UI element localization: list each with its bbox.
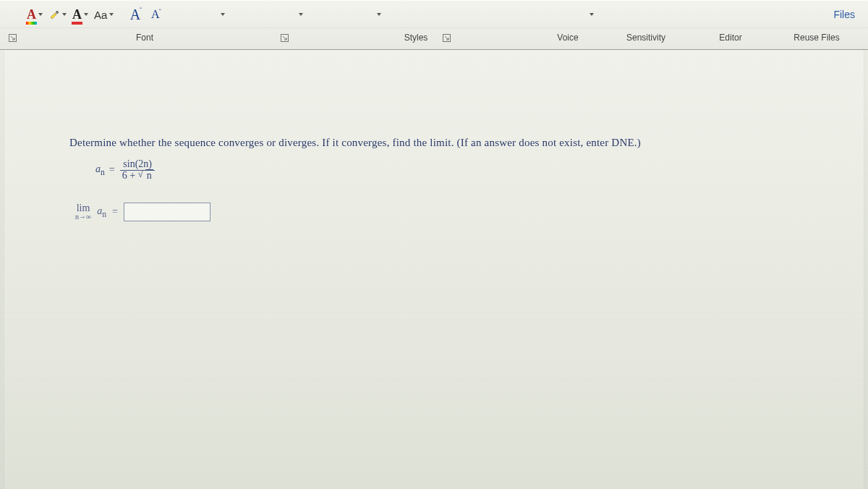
font-dialog-launcher-left[interactable] <box>7 33 17 43</box>
style-dropdown-3[interactable] <box>365 7 393 22</box>
grow-font-button[interactable]: Aˆ <box>126 4 145 25</box>
highlighter-icon <box>48 9 60 20</box>
change-case-button[interactable]: Aa <box>92 4 116 25</box>
sqrt: n <box>138 170 153 181</box>
group-label-sensitivity: Sensitivity <box>613 33 678 43</box>
sequence-formula: an = sin(2n) 6 + n <box>95 159 849 181</box>
answer-input[interactable] <box>124 203 210 221</box>
group-label-font: Font <box>116 33 174 43</box>
limit-expression: lim n→∞ an = <box>75 203 849 221</box>
chevron-down-icon <box>109 13 114 16</box>
limit-var: an <box>97 205 106 219</box>
clear-formatting-button[interactable] <box>4 4 23 25</box>
font-color-a-icon: A <box>27 7 36 22</box>
group-label-styles: Styles <box>391 33 441 43</box>
chevron-down-icon <box>221 13 225 16</box>
equals-sign: = <box>109 164 115 176</box>
ribbon-toolbar: A A Aa Aˆ Aˇ <box>0 0 868 27</box>
limit-equals: = <box>112 206 118 218</box>
grow-font-icon: Aˆ <box>130 7 141 23</box>
document-area: Determine whether the sequence converges… <box>0 50 868 489</box>
chevron-down-icon <box>377 13 381 16</box>
shrink-font-icon: Aˇ <box>151 8 161 21</box>
group-label-voice: Voice <box>546 33 590 43</box>
chevron-down-icon <box>84 13 88 16</box>
style-dropdown-2[interactable] <box>286 7 315 22</box>
page: Determine whether the sequence converges… <box>4 50 864 489</box>
group-label-editor: Editor <box>709 33 752 43</box>
reuse-files-label-top: Files <box>833 9 855 20</box>
font-color-button[interactable]: A <box>25 4 45 25</box>
style-dropdown-1[interactable] <box>208 7 237 22</box>
chevron-down-icon <box>62 13 67 16</box>
ribbon-group-labels: Font Styles Voice Sensitivity Editor Reu… <box>0 27 868 49</box>
group-label-reuse-files: Reuse Files <box>777 33 856 43</box>
fraction: sin(2n) 6 + n <box>119 159 156 181</box>
text-color-a-icon: A <box>72 7 82 22</box>
question-text: Determine whether the sequence converges… <box>69 137 849 149</box>
styles-dialog-launcher[interactable] <box>441 33 451 43</box>
style-dropdown-4[interactable] <box>577 7 606 22</box>
shrink-font-button[interactable]: Aˇ <box>146 4 165 25</box>
chevron-down-icon <box>299 13 303 16</box>
font-dialog-launcher[interactable] <box>279 33 289 43</box>
chevron-down-icon <box>38 13 43 16</box>
lim-symbol: lim n→∞ <box>75 203 91 221</box>
ribbon: A A Aa Aˆ Aˇ <box>0 0 868 50</box>
formula-lhs: an <box>95 163 105 177</box>
change-case-icon: Aa <box>94 9 107 21</box>
chevron-down-icon <box>590 13 594 16</box>
highlight-button[interactable] <box>46 4 69 25</box>
fraction-denominator: 6 + n <box>119 171 156 182</box>
text-color-button[interactable]: A <box>70 4 90 25</box>
